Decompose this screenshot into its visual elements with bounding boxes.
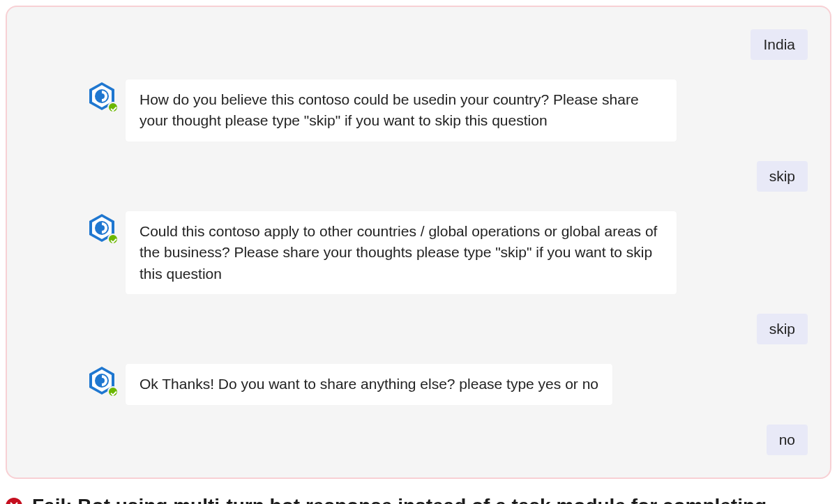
presence-available-icon [107,102,119,113]
svg-point-11 [99,378,105,383]
bot-message-bubble: How do you believe this contoso could be… [126,79,677,142]
user-message-bubble: skip [757,161,808,192]
bot-message-bubble: Could this contoso apply to other countr… [126,211,677,294]
bot-avatar [86,365,117,396]
bot-avatar [86,81,117,112]
svg-point-7 [99,225,105,231]
bot-message-row: Ok Thanks! Do you want to share anything… [24,364,813,404]
caption: Fail: Bot using multi-turn bot response … [6,493,817,504]
user-message-row: no [24,425,813,455]
presence-available-icon [107,234,119,245]
fail-icon [6,498,22,504]
user-message-bubble: India [751,29,808,60]
bot-message-bubble: Ok Thanks! Do you want to share anything… [126,364,612,404]
user-message-row: skip [24,314,813,344]
bot-avatar [86,213,117,243]
user-message-row: India [24,29,813,60]
svg-point-3 [99,93,105,99]
user-message-row: skip [24,161,813,192]
chat-transcript: India How do you believe this contoso co… [6,6,831,479]
bot-message-row: Could this contoso apply to other countr… [24,211,813,294]
user-message-bubble: skip [757,314,808,344]
bot-message-row: How do you believe this contoso could be… [24,79,813,142]
caption-text: Fail: Bot using multi-turn bot response … [32,493,771,504]
user-message-bubble: no [767,425,808,455]
